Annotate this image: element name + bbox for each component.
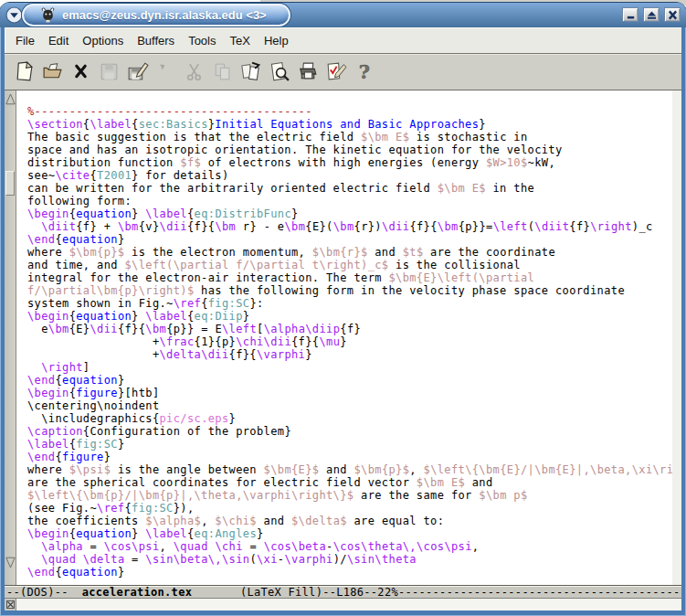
- buffer-line: are the spherical coordinates for electr…: [27, 476, 672, 489]
- buffer-line: \diit{f} + \bm{v}\dii{f}{\bm r} - e\bm{E…: [27, 220, 672, 233]
- buffer-line: \alpha = \cos\psi, \quad \chi = \cos\bet…: [27, 540, 672, 553]
- buffer-line: \section{\label{sec:Basics}Initial Equat…: [27, 118, 672, 131]
- scrollbar-up-icon[interactable]: [5, 93, 16, 105]
- buffer-line: \end{equation}: [27, 374, 672, 387]
- save-as-icon: [126, 60, 149, 83]
- save-as-button[interactable]: [123, 58, 152, 86]
- modeline[interactable]: --(DOS)-- acceleration.tex (LaTeX Fill)-…: [5, 585, 681, 599]
- menu-tools[interactable]: Tools: [188, 34, 216, 48]
- buffer-line: e\bm{E}\dii{f}{\bm{p}} = E\left[\alpha\d…: [27, 323, 672, 335]
- vertical-scrollbar[interactable]: [5, 90, 16, 585]
- modeline-buffer-name: acceleration.tex: [82, 587, 192, 599]
- rollup-icon: [646, 10, 658, 20]
- buffer-line: \includegraphics{pic/sc.eps}: [27, 412, 672, 425]
- text-area[interactable]: %---------------------------------------…: [16, 90, 672, 585]
- desktop-background: emacs@zeus.dyn.isr.alaska.edu <3> FileEd…: [0, 0, 686, 616]
- print-button[interactable]: [293, 58, 322, 86]
- window-menu-icon: [5, 6, 23, 24]
- buffer-line: \end{figure}: [27, 451, 672, 463]
- open-file-icon: [41, 60, 64, 83]
- open-file-button[interactable]: [38, 58, 67, 86]
- window-titlebar[interactable]: emacs@zeus.dyn.isr.alaska.edu <3>: [0, 3, 686, 27]
- modeline-filler: ----------------------------------------…: [398, 587, 681, 599]
- buffer-line: \end{equation}: [27, 233, 672, 246]
- undo-button: [152, 58, 180, 86]
- buffer-line: integral for the electron-air interactio…: [27, 271, 672, 284]
- paste-button[interactable]: [237, 58, 265, 86]
- maximize-button[interactable]: [643, 7, 660, 22]
- buffer-line: system shown in Fig.~\ref{fig:SC}:: [27, 297, 672, 310]
- close-buffer-button[interactable]: [67, 58, 95, 86]
- window-controls: [622, 7, 681, 22]
- buffer-line: f/\partial\bm{p}\right)$ has the followi…: [27, 284, 672, 297]
- new-file-button[interactable]: [10, 58, 38, 86]
- menu-buffers[interactable]: Buffers: [137, 34, 174, 48]
- modeline-mode-info: (LaTeX Fill)--L186--22%: [240, 587, 398, 599]
- new-file-icon: [13, 60, 36, 83]
- print-icon: [296, 60, 319, 83]
- buffer-line: (see Fig.~\ref{fig:SC}),: [27, 502, 672, 515]
- copy-icon: [211, 60, 234, 83]
- menu-options[interactable]: Options: [82, 34, 123, 48]
- modeline-spacer: [192, 587, 240, 599]
- close-button[interactable]: [664, 7, 681, 22]
- cut-button: [180, 58, 208, 86]
- buffer-line: \quad \delta = \sin\beta\,\sin(\xi-\varp…: [27, 553, 672, 566]
- buffer-line: \begin{equation} \label{eq:DistribFunc}: [27, 207, 672, 220]
- buffer-line: [27, 92, 672, 105]
- buffer-line: \label{fig:SC}: [27, 438, 672, 451]
- minimize-button[interactable]: [622, 7, 639, 22]
- buffer-line: %---------------------------------------…: [27, 105, 672, 118]
- buffer-line: \end{equation}: [27, 566, 672, 579]
- buffer-line: \centering\noindent: [27, 399, 672, 412]
- help-icon: ?: [353, 60, 375, 83]
- menu-edit[interactable]: Edit: [48, 34, 69, 48]
- frame-inner: FileEditOptionsBuffersToolsTeXHelp ? %--…: [5, 27, 681, 611]
- search-button[interactable]: [265, 58, 293, 86]
- buffer-line: and time, and $\left(\partial f/\partial…: [27, 259, 672, 271]
- buffer-line: the coefficients $\alpha$, $\chi$ and $\…: [27, 515, 672, 527]
- menubar: FileEditOptionsBuffersToolsTeXHelp: [5, 27, 681, 54]
- cut-icon: [183, 60, 206, 83]
- buffer-line: space and has an isotropic orientation. …: [27, 143, 672, 156]
- minibuffer[interactable]: [5, 599, 681, 611]
- emacs-window: emacs@zeus.dyn.isr.alaska.edu <3> FileEd…: [0, 3, 686, 616]
- minibuffer-scrollbar-stub: [5, 599, 16, 611]
- buffer-text: %---------------------------------------…: [16, 90, 672, 579]
- buffer-line: \begin{figure}[htb]: [27, 387, 672, 399]
- window-title-pill: emacs@zeus.dyn.isr.alaska.edu <3>: [22, 4, 290, 27]
- toolbar: ?: [5, 54, 681, 90]
- buffer-line: \caption{Configuration of the problem}: [27, 425, 672, 438]
- customize-icon: [324, 60, 347, 83]
- paste-icon: [239, 60, 262, 83]
- save-icon: [98, 60, 121, 83]
- menu-help[interactable]: Help: [264, 34, 289, 48]
- buffer-line: following form:: [27, 195, 672, 207]
- svg-text:?: ?: [359, 60, 370, 83]
- hourglass-icon: [6, 600, 15, 609]
- help-button[interactable]: ?: [350, 58, 378, 86]
- search-icon: [268, 60, 290, 83]
- scrollbar-thumb[interactable]: [5, 171, 15, 196]
- close-buffer-icon: [69, 60, 92, 83]
- buffer-line: $\left\{\bm{p}/|\bm{p}|,\theta,\varphi\r…: [27, 489, 672, 502]
- buffer-line: \begin{equation} \label{eq:Diip}: [27, 310, 672, 323]
- window-menu-button[interactable]: [5, 6, 23, 24]
- buffer-line: distribution function $f$ of electrons w…: [27, 156, 672, 169]
- menu-tex[interactable]: TeX: [229, 34, 249, 48]
- gnu-logo-icon: [40, 7, 56, 23]
- copy-button: [208, 58, 237, 86]
- undo-icon: [154, 60, 177, 83]
- close-icon: [667, 10, 679, 20]
- editor-region: %---------------------------------------…: [5, 90, 681, 585]
- customize-button[interactable]: [322, 58, 350, 86]
- scrollbar-down-icon[interactable]: [5, 557, 16, 568]
- buffer-line: +\frac{1}{p}\chi\dii{f}{\mu}: [27, 335, 672, 348]
- right-filler: [672, 90, 681, 585]
- buffer-line: where $\bm{p}$ is the electron momentum,…: [27, 246, 672, 259]
- buffer-line: +\delta\dii{f}{\varphi}: [27, 348, 672, 361]
- buffer-line: can be written for the arbitrarily orien…: [27, 182, 672, 195]
- minimize-icon: [625, 10, 637, 20]
- menu-file[interactable]: File: [16, 34, 35, 48]
- buffer-line: \right]: [27, 361, 672, 374]
